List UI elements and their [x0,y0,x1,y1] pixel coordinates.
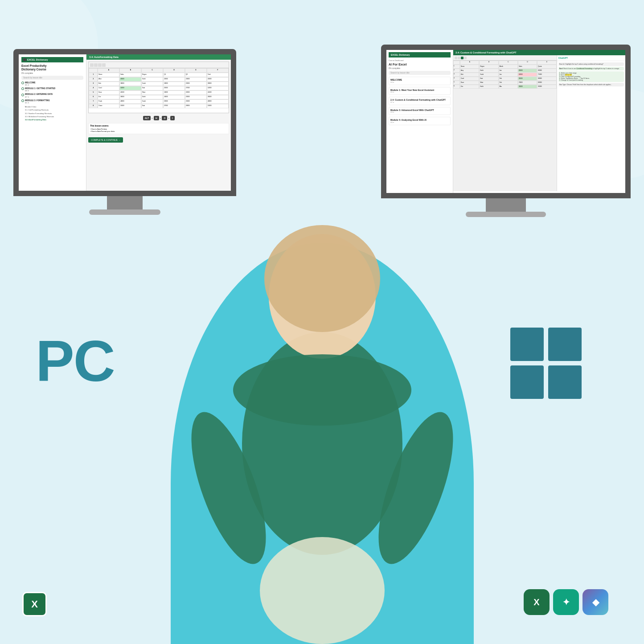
lesson-content-box: This lesson covers: • How to AutoFit dat… [88,123,229,134]
key-h: H [154,116,159,120]
module-entering-data: MODULE 2: ENTERING DATA 0/7 ▾ [21,93,83,98]
module-circle [21,99,24,102]
lesson-item-worksheet[interactable]: 3.3: Worksheet Formatting Shortcuts [21,115,83,118]
pc-label: PC [36,328,115,394]
complete-continue-button[interactable]: COMPLETE & CONTINUE → [88,137,123,143]
svg-point-5 [233,354,411,426]
toolbar-btn[interactable] [455,57,457,59]
left-screen-content: ⬛ EXCEL Dictionary Excel Productivity Di… [19,54,231,191]
right-monitor-stand [486,198,526,212]
spreadsheet-grid: A B C D E F 1 Name Sales Region Q1 Q2 To… [89,68,229,113]
left-course-title: Excel Productivity Dictionary Course [21,64,83,71]
windows-tile-3 [510,365,544,399]
toolbar-btn[interactable] [464,57,467,59]
module-welcome: WELCOME 0/5 ▾ [21,82,83,86]
left-main-content: 3.4: AutoFormatting Data A B C D [86,54,231,191]
chat-message-user-1: How do I highlight the top 5 values usin… [558,62,624,66]
lesson-item-number[interactable]: 3.2: Number Formatting Shortcuts [21,112,83,115]
person-svg [162,154,483,644]
right-content-area: A B C D E 1 Name Region Month Sales Quot… [453,55,625,191]
right-spreadsheet-panel: A B C D E 1 Name Region Month Sales Quot… [453,55,557,191]
right-monitor-base [466,212,546,217]
copilot-app-icon: ◆ [582,589,608,615]
right-monitor: EXCEL Dictionary Course Dashboard AI For… [381,45,631,223]
chat-message-ai-1: Sure! Here's how to use Conditional Form… [558,67,624,70]
windows-logo [510,328,582,399]
key-alt: ALT [143,116,151,120]
right-module-1: Module 1: Meet Your New Excel Assistant … [389,87,451,95]
spreadsheet-toolbar [89,62,229,68]
right-main-content: 3.4: Custom & Conditional Formatting wit… [453,50,625,193]
breadcrumb: Course Dashboard [389,59,451,62]
chatgpt-app-icon: ✦ [553,589,579,615]
left-header-title: EXCEL Dictionary [27,58,48,61]
left-course-sidebar: ⬛ EXCEL Dictionary Excel Productivity Di… [19,54,86,191]
right-course-progress: 0% complete [389,67,451,70]
left-search-bar[interactable]: Search by lesson title [21,76,83,80]
windows-tile-4 [548,365,582,399]
toolbar-btn-4[interactable] [102,63,106,67]
lesson-bullet-2: • How to AutoFormat your data [90,130,227,132]
right-sidebar-header: EXCEL Dictionary [389,52,451,57]
toolbar-btn-3[interactable] [98,63,102,67]
left-monitor-base [89,209,160,215]
chat-message-user-2: Star Type: Choose 'Field' then from the … [558,83,624,86]
right-app-icons: X ✦ ◆ [524,589,608,615]
lesson-item-intro[interactable]: Module 3 Intro [21,105,83,108]
toolbar-btn-2[interactable] [94,63,98,67]
right-spreadsheet-grid: A B C D E 1 Name Region Month Sales Quot… [453,61,557,109]
left-monitor-screen: ⬛ EXCEL Dictionary Excel Productivity Di… [13,49,236,196]
chat-message-ai-2: 1. Select your data range 2. Go to Home … [558,71,624,82]
module-circle [21,94,24,96]
right-module-2: 2.4: Custom & Conditional Formatting wit… [389,97,451,105]
key-o: O [162,116,167,120]
right-monitor-screen: EXCEL Dictionary Course Dashboard AI For… [381,45,631,198]
left-course-progress: 0% complete [21,72,83,74]
chat-messages-area: How do I highlight the top 5 values usin… [557,61,625,89]
lesson-content-title: This lesson covers: [90,125,227,127]
right-module-welcome: WELCOME 0/4 ▾ [389,77,451,85]
toolbar-btn-1[interactable] [90,63,94,67]
module-getting-started: MODULE 1: GETTING STARTED 0/8 ▾ [21,87,83,92]
module-circle [21,82,24,84]
excel-icon-left: X [22,592,47,616]
right-lesson-title: 3.4: Custom & Conditional Formatting wit… [453,50,625,55]
module-formatting: MODULE 3: FORMATTING 0/1 ▾ [21,99,83,104]
right-course-sidebar: EXCEL Dictionary Course Dashboard AI For… [386,50,453,193]
left-lesson-title: 3.4: AutoFormatting Data [86,54,231,60]
right-module-3: Module 3: Advanced Excel With ChatGPT 0/… [389,107,451,115]
windows-tile-1 [510,328,544,361]
right-search-bar[interactable]: Search by lesson title [389,71,451,75]
svg-point-6 [260,537,385,644]
right-spreadsheet-toolbar [453,55,557,61]
right-module-4: Module 4: Analyzing Excel With AI 0/6 ▾ [389,117,451,125]
svg-point-2 [264,225,380,332]
left-monitor: ⬛ EXCEL Dictionary Excel Productivity Di… [13,49,236,218]
chat-panel-header: ChatGPT [557,55,625,61]
left-sidebar-header: ⬛ EXCEL Dictionary [21,57,83,62]
lesson-item-autoformat[interactable]: 3.4: AutoFormatting Data [21,118,83,121]
windows-tile-2 [548,328,582,361]
excel-dict-logo: ⬛ [23,58,26,61]
lesson-item-cell[interactable]: 3.1: Cell Formatting Shortcuts [21,108,83,111]
right-screen-content: EXCEL Dictionary Course Dashboard AI For… [386,50,625,193]
module-circle [21,87,24,90]
right-header-title: EXCEL Dictionary [391,53,410,56]
spreadsheet-area: A B C D E F 1 Name Sales Region Q1 Q2 To… [88,62,229,113]
toolbar-btn[interactable] [458,57,460,59]
chat-panel: ChatGPT How do I highlight the top 5 val… [557,55,625,191]
keyboard-shortcut-display: ALT + H + O + I [89,116,228,120]
toolbar-btn-green[interactable] [461,57,464,59]
key-i: I [170,116,174,120]
excel-app-icon: X [524,589,550,615]
right-course-title: AI For Excel [389,63,451,66]
left-monitor-stand [107,196,143,209]
person-image [162,154,483,644]
